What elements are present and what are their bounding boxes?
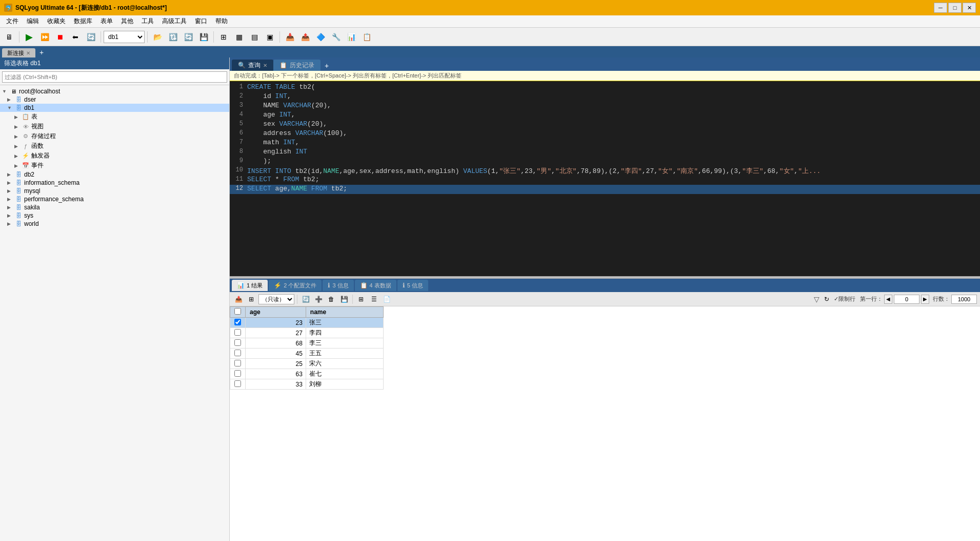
toolbar-import[interactable]: 📥 — [283, 30, 297, 44]
code-editor[interactable]: 1 CREATE TABLE tb2( 2 id INT, 3 NAME VAR… — [230, 81, 980, 276]
connection-tab-new[interactable]: 新连接 ✕ — [2, 48, 35, 57]
tab-query[interactable]: 🔍 查询 ✕ — [232, 60, 273, 71]
col-header-age[interactable]: age — [246, 307, 306, 318]
cell-age[interactable]: 45 — [246, 349, 306, 359]
cell-age[interactable]: 63 — [246, 369, 306, 379]
table-row[interactable]: 25 宋六 — [230, 359, 384, 369]
tree-item-info-schema[interactable]: ▶ 🗄 information_schema — [0, 179, 229, 187]
tab-history[interactable]: 📋 历史记录 — [273, 60, 321, 71]
row-count-input[interactable] — [951, 295, 977, 304]
row-checkbox[interactable] — [234, 339, 241, 346]
cell-age[interactable]: 33 — [246, 379, 306, 390]
tree-item-dser[interactable]: ▶ 🗄 dser — [0, 95, 229, 104]
toolbar-grid3[interactable]: ▤ — [247, 30, 262, 44]
connection-tab-close-icon[interactable]: ✕ — [26, 50, 30, 56]
tree-item-db2[interactable]: ▶ 🗄 db2 — [0, 170, 229, 179]
menu-other[interactable]: 其他 — [117, 16, 137, 27]
toolbar-grid4[interactable]: ▣ — [263, 30, 277, 44]
tree-item-mysql[interactable]: ▶ 🗄 mysql — [0, 187, 229, 195]
toolbar-schema[interactable]: 🔷 — [313, 30, 328, 44]
toolbar-forward[interactable]: 🔄 — [84, 30, 98, 44]
cell-name[interactable]: 李四 — [306, 328, 383, 338]
toolbar-refresh1[interactable]: 🔃 — [166, 30, 180, 44]
row-checkbox[interactable] — [234, 380, 241, 387]
maximize-btn[interactable]: □ — [948, 3, 962, 13]
menu-table[interactable]: 表单 — [96, 16, 117, 27]
table-row[interactable]: 68 李三 — [230, 338, 384, 349]
col-header-name[interactable]: name — [306, 307, 383, 318]
row-checkbox[interactable] — [234, 329, 241, 336]
tree-item-tables[interactable]: ▶ 📋 表 — [0, 112, 229, 122]
results-save-btn[interactable]: 💾 — [338, 294, 350, 305]
results-refresh-btn[interactable]: 🔄 — [300, 294, 311, 305]
result-tab-1[interactable]: 📊 1 结果 — [232, 280, 268, 291]
row-checkbox[interactable] — [234, 370, 241, 377]
cell-name[interactable]: 宋六 — [306, 359, 383, 369]
cell-age[interactable]: 25 — [246, 359, 306, 369]
table-row[interactable]: 33 刘柳 — [230, 379, 384, 390]
first-row-input[interactable] — [894, 295, 919, 304]
toolbar-grid1[interactable]: ⊞ — [216, 30, 231, 44]
toolbar-stop[interactable]: ⏹ — [53, 30, 67, 44]
add-editor-tab-btn[interactable]: + — [321, 61, 333, 71]
toolbar-more2[interactable]: 📋 — [359, 30, 374, 44]
database-selector[interactable]: db1 — [104, 31, 145, 43]
toolbar-execute[interactable]: ▶ — [22, 30, 36, 44]
cell-age[interactable]: 23 — [246, 318, 306, 328]
tree-item-world[interactable]: ▶ 🗄 world — [0, 220, 229, 228]
cell-name[interactable]: 刘柳 — [306, 379, 383, 390]
toolbar-refresh2[interactable]: 🔄 — [181, 30, 195, 44]
filter-input[interactable] — [2, 71, 227, 83]
first-row-next-btn[interactable]: ▶ — [921, 295, 929, 304]
tree-item-events[interactable]: ▶ 📅 事件 — [0, 161, 229, 170]
result-tab-4[interactable]: 📋 4 表数据 — [355, 280, 396, 291]
minimize-btn[interactable]: ─ — [934, 3, 947, 13]
query-tab-close-icon[interactable]: ✕ — [263, 63, 267, 68]
results-delete-row-btn[interactable]: 🗑 — [326, 294, 337, 305]
first-row-prev-btn[interactable]: ◀ — [884, 295, 892, 304]
menu-help[interactable]: 帮助 — [211, 16, 232, 27]
cell-name[interactable]: 王五 — [306, 349, 383, 359]
results-view-btn[interactable]: ⊞ — [246, 294, 257, 305]
tree-item-procedures[interactable]: ▶ ⚙ 存储过程 — [0, 131, 229, 141]
toolbar-grid2[interactable]: ▦ — [232, 30, 246, 44]
tree-item-functions[interactable]: ▶ ƒ 函数 — [0, 141, 229, 151]
results-export-btn[interactable]: 📤 — [233, 294, 244, 305]
row-checkbox[interactable] — [234, 350, 241, 356]
results-list-btn[interactable]: ☰ — [368, 294, 379, 305]
menu-file[interactable]: 文件 — [2, 16, 23, 27]
menu-database[interactable]: 数据库 — [70, 16, 96, 27]
menu-window[interactable]: 窗口 — [191, 16, 211, 27]
table-row[interactable]: 63 崔七 — [230, 369, 384, 379]
result-tab-3[interactable]: ℹ 3 信息 — [323, 280, 353, 291]
refresh-data-btn[interactable]: ↻ — [821, 294, 832, 305]
cell-name[interactable]: 李三 — [306, 338, 383, 349]
toolbar-save[interactable]: 💾 — [196, 30, 211, 44]
mode-select[interactable]: （只读） — [258, 294, 294, 304]
tree-item-sys[interactable]: ▶ 🗄 sys — [0, 211, 229, 220]
tree-item-db1[interactable]: ▼ 🗄 db1 — [0, 104, 229, 112]
add-connection-btn[interactable]: + — [35, 47, 48, 57]
tree-item-perf-schema[interactable]: ▶ 🗄 performance_schema — [0, 195, 229, 203]
table-row[interactable]: 45 王五 — [230, 349, 384, 359]
results-add-row-btn[interactable]: ➕ — [313, 294, 324, 305]
toolbar-execute-all[interactable]: ⏩ — [37, 30, 52, 44]
results-form-btn[interactable]: 📄 — [381, 294, 392, 305]
row-checkbox[interactable] — [234, 360, 241, 366]
menu-advanced[interactable]: 高级工具 — [158, 16, 191, 27]
menu-edit[interactable]: 编辑 — [23, 16, 43, 27]
toolbar-export[interactable]: 📤 — [298, 30, 312, 44]
table-row[interactable]: 27 李四 — [230, 328, 384, 338]
toolbar-query-builder[interactable]: 🔧 — [329, 30, 343, 44]
table-row[interactable]: 23 张三 — [230, 318, 384, 328]
tree-item-triggers[interactable]: ▶ ⚡ 触发器 — [0, 151, 229, 161]
tree-item-root[interactable]: ▼ 🖥 root@localhost — [0, 87, 229, 95]
toolbar-more1[interactable]: 📊 — [344, 30, 358, 44]
result-tab-5[interactable]: ℹ 5 信息 — [397, 280, 428, 291]
menu-favorites[interactable]: 收藏夹 — [43, 16, 70, 27]
select-all-checkbox[interactable] — [234, 308, 241, 315]
cell-age[interactable]: 68 — [246, 338, 306, 349]
menu-tools[interactable]: 工具 — [137, 16, 158, 27]
cell-name[interactable]: 崔七 — [306, 369, 383, 379]
toolbar-back[interactable]: ⬅ — [68, 30, 83, 44]
